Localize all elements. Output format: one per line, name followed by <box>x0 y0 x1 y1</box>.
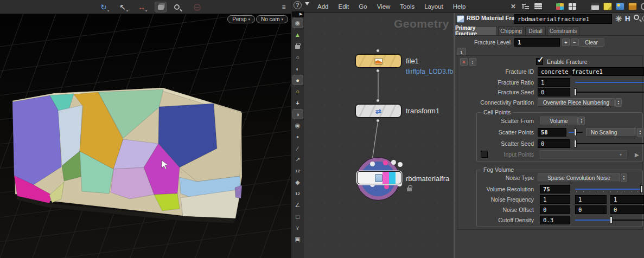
floating-window-icon[interactable] <box>591 3 600 10</box>
panel-toggle-icon[interactable]: ▣ <box>292 234 303 244</box>
tab-detail[interactable]: Detail <box>525 26 546 35</box>
scatter-scaling-dropdown[interactable]: No Scaling <box>586 128 636 137</box>
display-prims-icon[interactable]: ◆ <box>292 177 303 188</box>
expand-bar-icon[interactable]: ▶ <box>292 11 304 17</box>
menu-view[interactable]: View <box>372 3 396 10</box>
remove-instance-button[interactable]: × <box>460 58 468 66</box>
profile-curves-icon[interactable]: ∠ <box>292 200 303 210</box>
connectivity-partition-dropdown[interactable]: Overwrite Piece Numbering <box>538 98 615 107</box>
noise-frequency-z-field[interactable]: 1 <box>610 195 644 204</box>
material-sphere-icon[interactable]: ◐ <box>292 63 303 74</box>
display-options-sliders-icon[interactable]: ≡ <box>278 2 290 12</box>
input-points-checkbox[interactable] <box>481 151 488 158</box>
fracture-node[interactable] <box>357 171 401 184</box>
scatter-points-field[interactable]: 58 <box>538 128 566 137</box>
select-tool-icon[interactable]: ↖▾ <box>117 2 129 12</box>
visibility-eye-icon[interactable]: ◉ <box>292 18 303 28</box>
fracture-node-dot[interactable] <box>398 162 403 167</box>
smooth-shading-icon[interactable]: ◑ <box>292 109 303 119</box>
point-numbers-icon[interactable]: 12 <box>292 166 303 176</box>
noise-offset-y-field[interactable]: 0 <box>575 205 607 214</box>
cutoff-density-slider[interactable] <box>573 216 644 224</box>
list-view-icon[interactable] <box>534 3 543 10</box>
scatter-seed-field[interactable]: 0 <box>538 139 570 148</box>
display-normals-icon[interactable]: ∕ <box>292 143 303 153</box>
tools-wrench-icon[interactable]: ✕ <box>509 3 518 10</box>
scatter-seed-slider[interactable] <box>573 139 644 148</box>
volume-resolution-slider[interactable] <box>573 185 644 194</box>
display-points-icon[interactable]: ● <box>292 132 303 142</box>
menu-tools[interactable]: Tools <box>395 3 419 10</box>
fracture-node-dot[interactable] <box>391 160 396 165</box>
prim-numbers-icon[interactable]: 12 <box>292 189 303 199</box>
fracture-node-dot[interactable] <box>383 160 388 165</box>
view-orbit-tool-icon[interactable]: ↻▾ <box>98 2 110 12</box>
volume-resolution-field[interactable]: 75 <box>540 185 570 194</box>
tab-primary-fracture[interactable]: Primary Fracture <box>455 26 497 35</box>
noise-frequency-y-field[interactable]: 1 <box>575 195 607 204</box>
fracture-node-dot[interactable] <box>370 162 375 166</box>
reorder-instance-button[interactable]: ↕ <box>469 58 476 66</box>
clear-button[interactable]: Clear <box>578 38 604 47</box>
fracture-seed-field[interactable]: 0 <box>538 88 570 96</box>
search-icon[interactable] <box>634 15 639 20</box>
fracture-level-field[interactable]: 1 <box>514 38 560 47</box>
axis-icon[interactable]: Y <box>292 223 303 233</box>
houdini-help-icon[interactable]: H <box>625 15 630 23</box>
fracture-ratio-field[interactable]: 1 <box>538 78 570 87</box>
noise-frequency-x-field[interactable]: 1 <box>540 195 570 204</box>
fracture-level-minus-button[interactable]: − <box>571 38 578 46</box>
menu-go[interactable]: Go <box>354 3 372 10</box>
file-node-output-dot[interactable] <box>376 69 380 73</box>
tab-constraints[interactable]: Constraints <box>547 26 579 35</box>
menu-layout[interactable]: Layout <box>419 3 448 10</box>
transform-node-output-dot[interactable] <box>376 119 380 122</box>
lock-camera-icon[interactable] <box>292 41 303 51</box>
file-node[interactable] <box>355 54 401 68</box>
background-image-icon[interactable] <box>616 3 624 10</box>
tab-chipping[interactable]: Chipping <box>498 26 524 35</box>
enable-fracture-checkbox[interactable]: ✓ <box>536 58 543 65</box>
ghost-other-objects-icon[interactable]: ◉ <box>292 120 303 131</box>
headlight-off-icon[interactable]: ○ <box>292 52 303 62</box>
display-pick-icon[interactable]: ↗ <box>292 154 303 165</box>
camera-select-button[interactable]: No cam▾ <box>256 15 288 23</box>
move-tool-icon[interactable]: ↔▾ <box>136 2 148 12</box>
node-name-field[interactable]: rbdmaterialfracture1 <box>514 14 612 24</box>
high-quality-lighting-icon[interactable]: + <box>292 98 303 108</box>
show-geometry-icon[interactable]: ▲ <box>292 29 303 40</box>
noise-offset-z-field[interactable]: 0 <box>610 205 644 214</box>
camera-persp-button[interactable]: Persp▾ <box>227 15 255 23</box>
normal-lighting-icon[interactable]: ○ <box>292 86 303 96</box>
gear-menu-icon[interactable]: ✳ <box>615 14 622 24</box>
fracture-ratio-slider[interactable] <box>573 78 644 87</box>
fracture-node-dot[interactable] <box>384 184 389 189</box>
clock-icon[interactable] <box>641 3 644 10</box>
menu-help[interactable]: Help <box>448 3 471 10</box>
fracture-level-plus-button[interactable]: + <box>562 38 570 46</box>
uv-texture-icon[interactable]: □ <box>292 211 303 222</box>
transform-node[interactable]: ⇄ <box>355 104 401 118</box>
menu-edit[interactable]: Edit <box>333 3 354 10</box>
connectivity-partition-spinner[interactable]: ▴▾ <box>615 98 622 107</box>
fracture-instance-tab[interactable]: 1 <box>457 48 466 56</box>
transform-node-input-dot[interactable] <box>376 99 380 102</box>
default-lighting-icon[interactable]: ● <box>292 75 303 85</box>
view-region-icon[interactable] <box>171 2 183 12</box>
menu-add[interactable]: Add <box>313 3 333 10</box>
pane-layout-icon[interactable] <box>568 3 577 10</box>
fractured-geometry[interactable] <box>12 88 242 223</box>
scatter-from-spinner[interactable]: ▴▾ <box>578 117 585 125</box>
cutoff-density-field[interactable]: 0.3 <box>540 216 570 224</box>
scatter-from-dropdown[interactable]: Volume <box>540 117 578 125</box>
snapping-disabled-icon[interactable] <box>191 2 203 12</box>
input-points-pick-arrow-icon[interactable]: ▶ <box>635 152 639 158</box>
noise-type-spinner[interactable]: ▴▾ <box>621 173 627 182</box>
help-icon[interactable]: ? <box>294 1 302 9</box>
sticky-note-icon[interactable] <box>603 3 612 10</box>
scatter-points-mini-slider[interactable] <box>568 128 584 137</box>
viewport-canvas[interactable]: Persp▾ No cam▾ <box>0 14 291 258</box>
scatter-scaling-spinner[interactable]: ▴▾ <box>637 128 643 137</box>
noise-type-dropdown[interactable]: Sparse Convolution Noise <box>538 173 620 182</box>
file-node-input-dot[interactable] <box>376 49 380 53</box>
